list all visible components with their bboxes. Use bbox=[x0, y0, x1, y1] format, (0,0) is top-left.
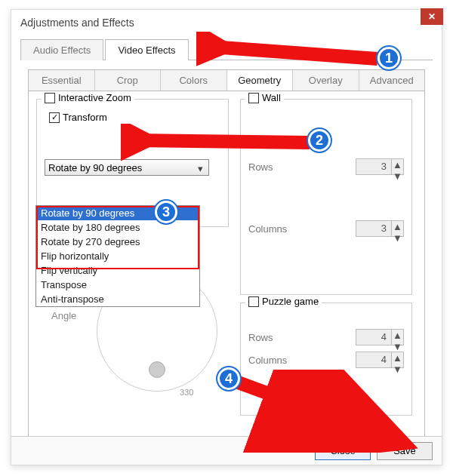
wall-rows-value[interactable]: 3 bbox=[356, 158, 392, 175]
stepper-arrows[interactable]: ▲▼ bbox=[392, 158, 404, 175]
chevron-down-icon: ▾ bbox=[195, 163, 205, 174]
transform-label: Transform bbox=[63, 112, 107, 123]
dialog-buttons: Close Save bbox=[11, 436, 442, 465]
option-flip-vertical[interactable]: Flip vertically bbox=[36, 263, 199, 278]
puzzle-header[interactable]: Puzzle game bbox=[245, 296, 322, 307]
wall-rows-label: Rows bbox=[248, 161, 273, 173]
wall-cols-value[interactable]: 3 bbox=[356, 220, 392, 237]
option-anti-transpose[interactable]: Anti-transpose bbox=[36, 292, 199, 306]
annotation-callout-2: 2 bbox=[308, 129, 331, 152]
tab-audio-effects[interactable]: Audio Effects bbox=[20, 39, 103, 60]
annotation-callout-3: 3 bbox=[155, 201, 177, 223]
tab-essential[interactable]: Essential bbox=[29, 70, 95, 91]
angle-tick-330: 330 bbox=[180, 388, 193, 397]
puzzle-rows-spinner[interactable]: 4 ▲▼ bbox=[356, 329, 404, 345]
interactive-zoom-checkbox[interactable] bbox=[45, 93, 55, 103]
puzzle-rows-value[interactable]: 4 bbox=[356, 329, 392, 345]
option-flip-horizontal[interactable]: Flip horizontally bbox=[36, 249, 199, 263]
tab-colors[interactable]: Colors bbox=[161, 70, 227, 91]
transform-dropdown[interactable]: Rotate by 90 degrees Rotate by 180 degre… bbox=[35, 205, 200, 307]
top-tabbar: Audio Effects Video Effects bbox=[20, 38, 433, 60]
close-button[interactable]: Close bbox=[315, 442, 371, 460]
stepper-arrows[interactable]: ▲▼ bbox=[392, 352, 404, 368]
transform-row[interactable]: ✓ Transform bbox=[49, 112, 220, 123]
transform-selected: Rotate by 90 degrees bbox=[48, 162, 142, 174]
tab-geometry[interactable]: Geometry bbox=[227, 70, 294, 91]
wall-label: Wall bbox=[262, 92, 281, 103]
wall-rows-spinner[interactable]: 3 ▲▼ bbox=[356, 158, 404, 175]
wall-cols-label: Columns bbox=[248, 223, 287, 235]
tab-advanced[interactable]: Advanced bbox=[359, 70, 425, 91]
option-transpose[interactable]: Transpose bbox=[36, 278, 199, 292]
tab-crop[interactable]: Crop bbox=[95, 70, 162, 91]
annotation-callout-1: 1 bbox=[378, 47, 400, 69]
tab-video-effects[interactable]: Video Effects bbox=[105, 39, 188, 60]
close-icon[interactable]: ✕ bbox=[421, 8, 443, 25]
puzzle-label: Puzzle game bbox=[262, 296, 319, 307]
interactive-zoom-header[interactable]: Interactive Zoom bbox=[42, 92, 134, 103]
interactive-zoom-label: Interactive Zoom bbox=[58, 92, 131, 103]
annotation-callout-4: 4 bbox=[217, 367, 240, 390]
puzzle-rows-label: Rows bbox=[248, 332, 273, 343]
transform-checkbox[interactable]: ✓ bbox=[49, 112, 60, 123]
puzzle-cols-spinner[interactable]: 4 ▲▼ bbox=[356, 352, 404, 368]
sub-tabbar: Essential Crop Colors Geometry Overlay A… bbox=[28, 69, 425, 91]
titlebar: Adjustments and Effects bbox=[11, 10, 442, 35]
option-rotate-180[interactable]: Rotate by 180 degrees bbox=[36, 220, 199, 235]
wall-cols-spinner[interactable]: 3 ▲▼ bbox=[356, 220, 404, 237]
puzzle-cols-value[interactable]: 4 bbox=[356, 352, 392, 368]
wall-header[interactable]: Wall bbox=[245, 92, 284, 103]
puzzle-group: Puzzle game Rows 4 ▲▼ Columns 4 ▲▼ bbox=[240, 302, 412, 416]
stepper-arrows[interactable]: ▲▼ bbox=[392, 329, 404, 345]
option-rotate-270[interactable]: Rotate by 270 degrees bbox=[36, 235, 199, 249]
wall-checkbox[interactable] bbox=[248, 93, 259, 103]
tab-overlay[interactable]: Overlay bbox=[293, 70, 359, 91]
wall-group: Wall Rows 3 ▲▼ Columns 3 ▲▼ bbox=[240, 99, 412, 295]
puzzle-checkbox[interactable] bbox=[248, 296, 259, 307]
stepper-arrows[interactable]: ▲▼ bbox=[392, 220, 404, 237]
angle-label: Angle bbox=[51, 310, 76, 321]
save-button[interactable]: Save bbox=[377, 442, 433, 460]
dialog-title: Adjustments and Effects bbox=[20, 17, 433, 29]
puzzle-cols-label: Columns bbox=[248, 355, 287, 366]
transform-combobox[interactable]: Rotate by 90 degrees ▾ bbox=[45, 159, 209, 176]
